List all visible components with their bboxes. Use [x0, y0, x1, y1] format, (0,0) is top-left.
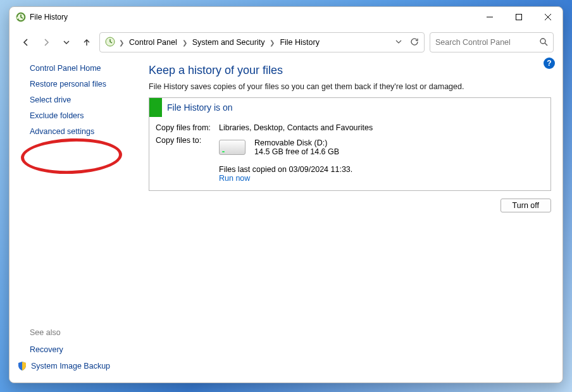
- turn-off-button[interactable]: Turn off: [500, 199, 551, 212]
- sidebar: Control Panel Home Restore personal file…: [16, 58, 136, 377]
- status-body: Copy files from: Libraries, Desktop, Con…: [149, 117, 550, 190]
- main-panel: Keep a history of your files File Histor…: [136, 58, 556, 377]
- search-icon[interactable]: [539, 37, 548, 48]
- seealso-recovery[interactable]: Recovery: [30, 345, 132, 354]
- run-now-link[interactable]: Run now: [219, 174, 250, 183]
- up-button[interactable]: [79, 35, 94, 50]
- sidebar-link-home[interactable]: Control Panel Home: [30, 64, 132, 73]
- address-dropdown-icon[interactable]: [395, 38, 402, 47]
- help-icon[interactable]: ?: [544, 58, 555, 69]
- page-title: Keep a history of your files: [149, 64, 551, 77]
- back-button[interactable]: [18, 35, 34, 50]
- sidebar-link-select-drive[interactable]: Select drive: [30, 95, 132, 104]
- status-box: File History is on Copy files from: Libr…: [149, 97, 551, 191]
- crumb-control-panel[interactable]: Control Panel: [128, 37, 178, 48]
- window-title: File History: [30, 13, 475, 21]
- copy-to-label: Copy files to:: [156, 136, 219, 156]
- see-also-label: See also: [30, 328, 132, 337]
- svg-point-3: [540, 39, 545, 44]
- search-input[interactable]: [435, 38, 539, 47]
- status-on-indicator: [149, 98, 162, 117]
- address-bar[interactable]: ❯ Control Panel ❯ System and Security ❯ …: [99, 32, 425, 52]
- sidebar-link-restore[interactable]: Restore personal files: [30, 80, 132, 89]
- maximize-button[interactable]: [504, 7, 533, 27]
- drive-free: 14.5 GB free of 14.6 GB: [254, 147, 339, 156]
- nav-row: ❯ Control Panel ❯ System and Security ❯ …: [9, 27, 563, 58]
- chevron-right-icon: ❯: [181, 39, 189, 46]
- seealso-system-image-backup[interactable]: System Image Backup: [31, 362, 110, 371]
- app-icon: [16, 12, 26, 22]
- close-button[interactable]: [533, 7, 563, 27]
- page-subtitle: File History saves copies of your files …: [149, 82, 551, 91]
- minimize-button[interactable]: [475, 7, 504, 27]
- svg-rect-1: [516, 15, 522, 20]
- drive-name: Removable Disk (D:): [254, 138, 339, 147]
- last-copied-text: Files last copied on 03/09/2024 11:33.: [219, 165, 544, 174]
- chevron-right-icon: ❯: [118, 39, 125, 46]
- status-heading-row: File History is on: [149, 98, 550, 117]
- address-icon: [105, 37, 115, 49]
- crumb-system-security[interactable]: System and Security: [191, 37, 266, 48]
- forward-button[interactable]: [39, 35, 54, 50]
- drive-icon: [219, 140, 246, 155]
- search-box[interactable]: [430, 32, 554, 52]
- recent-locations-button[interactable]: [59, 35, 74, 50]
- copy-from-value: Libraries, Desktop, Contacts and Favouri…: [219, 123, 544, 132]
- titlebar: File History: [9, 7, 563, 27]
- status-heading: File History is on: [167, 102, 232, 113]
- content: ? Control Panel Home Restore personal fi…: [9, 58, 563, 383]
- crumb-file-history[interactable]: File History: [278, 37, 321, 48]
- sidebar-link-advanced[interactable]: Advanced settings: [30, 127, 132, 136]
- shield-icon: [17, 361, 27, 371]
- window-controls: [475, 7, 563, 27]
- chevron-right-icon: ❯: [268, 39, 276, 46]
- copy-from-label: Copy files from:: [156, 123, 219, 132]
- sidebar-link-exclude[interactable]: Exclude folders: [30, 111, 132, 120]
- file-history-window: File History ❯ Control Panel ❯ System an…: [9, 6, 563, 383]
- refresh-icon[interactable]: [410, 37, 419, 48]
